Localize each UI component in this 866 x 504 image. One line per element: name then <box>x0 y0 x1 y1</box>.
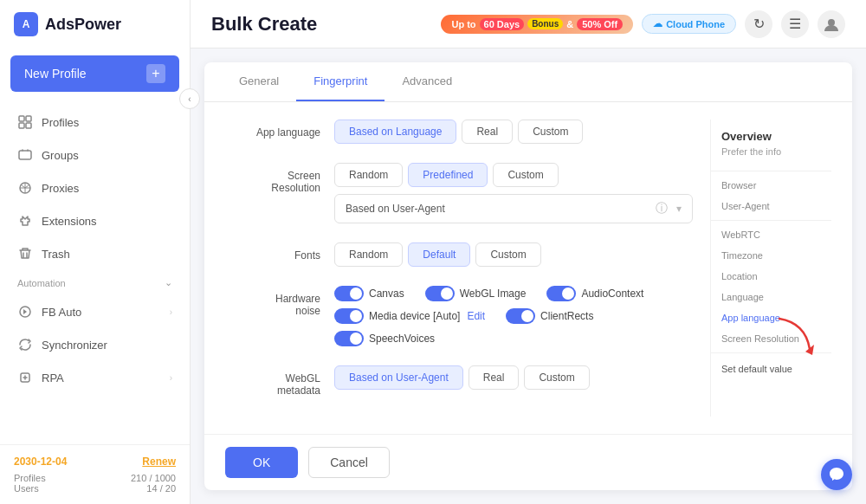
bulk-create-dialog: General Fingerprint Advanced App languag… <box>204 62 852 490</box>
overview-divider-2 <box>711 220 831 221</box>
overview-item-browser[interactable]: Browser <box>711 175 831 196</box>
canvas-toggle[interactable] <box>334 286 364 301</box>
logo-area: A AdsPower <box>0 0 190 48</box>
app-language-label: App language <box>225 120 320 139</box>
renew-link[interactable]: Renew <box>142 456 176 468</box>
sidebar-item-trash[interactable]: Trash <box>0 237 190 270</box>
tab-general[interactable]: General <box>222 62 296 101</box>
app-language-real[interactable]: Real <box>462 120 513 144</box>
proxies-icon <box>17 180 33 196</box>
screen-resolution-select[interactable]: Based on User-Agent ⓘ ▾ <box>334 194 693 223</box>
new-profile-button[interactable]: New Profile + <box>10 55 179 92</box>
new-profile-label: New Profile <box>24 67 87 81</box>
webgl-metadata-controls: Based on User-Agent Real Custom <box>334 365 693 390</box>
fonts-default[interactable]: Default <box>408 242 470 267</box>
screen-resolution-controls: Random Predefined Custom Based on User-A… <box>334 163 693 223</box>
form-area: App language Based on Language Real Cust… <box>225 120 693 417</box>
profiles-label: Profiles <box>42 116 79 129</box>
webgl-custom[interactable]: Custom <box>524 365 589 390</box>
sidebar: A AdsPower New Profile + ‹ Profiles Grou… <box>0 0 191 504</box>
tab-fingerprint[interactable]: Fingerprint <box>296 62 385 101</box>
trash-label: Trash <box>42 248 70 261</box>
app-language-based-on-language[interactable]: Based on Language <box>334 120 456 144</box>
sidebar-item-profiles[interactable]: Profiles <box>0 106 190 139</box>
dialog-body: App language Based on Language Real Cust… <box>204 102 852 434</box>
webgl-image-toggle[interactable] <box>425 286 455 301</box>
client-rects-toggle-row: ClientRects <box>506 308 593 324</box>
fb-auto-arrow: › <box>170 307 172 317</box>
topbar: Bulk Create Up to 60 Days Bonus & 50% Of… <box>191 0 866 48</box>
main-area: Bulk Create Up to 60 Days Bonus & 50% Of… <box>191 0 866 504</box>
dialog-footer: OK Cancel <box>204 434 852 490</box>
overview-item-location[interactable]: Location <box>711 266 831 287</box>
synchronizer-icon <box>17 337 33 352</box>
screen-resolution-random[interactable]: Random <box>334 163 403 187</box>
sidebar-item-groups[interactable]: Groups <box>0 139 190 171</box>
speech-voices-label: SpeechVoices <box>369 333 435 345</box>
info-icon: ⓘ <box>656 201 668 216</box>
promo-banner[interactable]: Up to 60 Days Bonus & 50% Off <box>441 15 633 34</box>
sidebar-collapse-button[interactable]: ‹ <box>179 88 200 109</box>
screen-resolution-custom[interactable]: Custom <box>493 163 558 187</box>
audio-context-toggle[interactable] <box>546 286 576 301</box>
app-language-row: App language Based on Language Real Cust… <box>225 120 693 144</box>
extensions-label: Extensions <box>42 215 97 228</box>
overview-item-user-agent[interactable]: User-Agent <box>711 196 831 216</box>
sidebar-item-extensions[interactable]: Extensions <box>0 204 190 237</box>
overview-item-language[interactable]: Language <box>711 287 831 307</box>
groups-label: Groups <box>42 149 79 162</box>
fonts-btn-group: Random Default Custom <box>334 242 693 267</box>
webgl-metadata-row: WebGLmetadata Based on User-Agent Real C… <box>225 365 693 397</box>
list-icon-button[interactable]: ☰ <box>781 10 809 38</box>
rpa-icon <box>17 370 33 385</box>
app-language-custom[interactable]: Custom <box>518 120 583 144</box>
client-rects-toggle[interactable] <box>506 308 535 324</box>
app-language-btn-group: Based on Language Real Custom <box>334 120 693 144</box>
screen-resolution-predefined[interactable]: Predefined <box>408 163 488 187</box>
refresh-icon-button[interactable]: ↻ <box>745 10 772 38</box>
sidebar-nav: Profiles Groups Proxies Extensions Trash <box>0 99 190 444</box>
fonts-random[interactable]: Random <box>334 242 403 267</box>
webgl-metadata-btn-group: Based on User-Agent Real Custom <box>334 365 693 390</box>
screen-resolution-label: ScreenResolution <box>225 163 320 194</box>
avatar-button[interactable] <box>818 10 845 38</box>
cancel-button[interactable]: Cancel <box>308 447 390 478</box>
sidebar-item-proxies[interactable]: Proxies <box>0 171 190 204</box>
automation-arrow: ⌄ <box>165 277 172 288</box>
hardware-noise-toggles-row3: SpeechVoices <box>334 331 693 346</box>
sidebar-item-rpa[interactable]: RPA › <box>0 361 190 394</box>
media-device-toggle[interactable] <box>334 308 364 324</box>
sidebar-item-synchronizer[interactable]: Synchronizer <box>0 328 190 361</box>
svg-point-8 <box>828 19 835 26</box>
svg-rect-3 <box>26 123 31 128</box>
cloud-phone-button[interactable]: ☁ Cloud Phone <box>642 14 736 34</box>
dialog-tabs: General Fingerprint Advanced <box>204 62 852 102</box>
media-device-label: Media device [Auto] <box>369 310 460 322</box>
webgl-based-on-user-agent[interactable]: Based on User-Agent <box>334 365 463 390</box>
page-title: Bulk Create <box>211 13 317 36</box>
hardware-noise-label: Hardwarenoise <box>225 286 320 317</box>
select-value: Based on User-Agent <box>346 203 445 215</box>
overview-panel: Overview Prefer the info Browser User-Ag… <box>710 120 831 417</box>
tab-advanced[interactable]: Advanced <box>385 62 469 101</box>
sidebar-item-fb-auto[interactable]: FB Auto › <box>0 295 190 328</box>
arrow-pointer <box>771 310 823 365</box>
hardware-noise-toggles-row1: Canvas WebGL Image AudioContext <box>334 286 693 301</box>
speech-voices-toggle[interactable] <box>334 331 364 346</box>
footer-date-row: 2030-12-04 Renew <box>14 456 176 468</box>
webgl-real[interactable]: Real <box>469 365 520 390</box>
cloud-label: Cloud Phone <box>666 19 725 29</box>
overview-item-webrtc[interactable]: WebRTC <box>711 224 831 245</box>
profiles-stat-label: Profiles <box>14 473 46 483</box>
canvas-toggle-row: Canvas <box>334 286 404 301</box>
media-device-edit-link[interactable]: Edit <box>467 310 485 322</box>
fonts-row: Fonts Random Default Custom <box>225 242 693 267</box>
profiles-stat-value: 210 / 1000 <box>131 473 176 483</box>
overview-item-timezone[interactable]: Timezone <box>711 245 831 266</box>
ok-button[interactable]: OK <box>225 447 298 478</box>
app-name: AdsPower <box>45 16 121 34</box>
fonts-custom[interactable]: Custom <box>475 242 540 267</box>
support-chat-button[interactable] <box>821 459 852 490</box>
media-device-toggle-row: Media device [Auto] Edit <box>334 308 485 324</box>
promo-bonus: Bonus <box>527 18 563 29</box>
